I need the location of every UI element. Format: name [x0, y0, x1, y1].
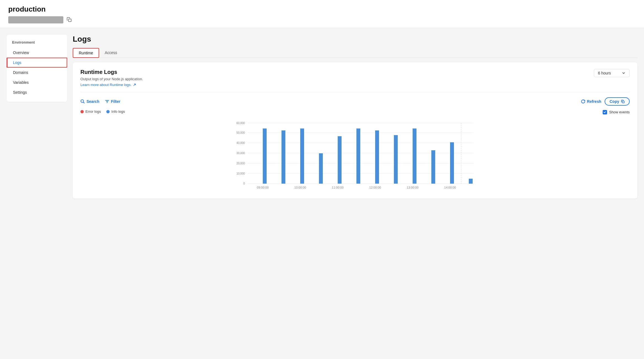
svg-text:10:00:00: 10:00:00	[294, 186, 306, 189]
sidebar-item-logs[interactable]: Logs	[7, 58, 67, 68]
svg-text:50,000: 50,000	[236, 131, 245, 134]
svg-text:13:00:00: 13:00:00	[407, 186, 419, 189]
bar-11	[469, 179, 473, 184]
page-title: production	[8, 5, 636, 14]
bar-6	[375, 130, 379, 184]
legend-error: Error logs	[80, 109, 101, 114]
top-bar: production	[0, 0, 644, 28]
svg-text:30,000: 30,000	[236, 152, 245, 155]
sidebar-item-domains[interactable]: Domains	[7, 68, 67, 77]
svg-text:12:00:00: 12:00:00	[369, 186, 381, 189]
svg-text:40,000: 40,000	[236, 141, 245, 144]
runtime-logs-desc: Output logs of your Node.js application.	[80, 77, 143, 81]
bar-10	[450, 142, 454, 184]
svg-text:09:00:00: 09:00:00	[257, 186, 269, 189]
logs-page-title: Logs	[73, 35, 637, 44]
sidebar-item-overview[interactable]: Overview	[7, 48, 67, 58]
legend-info: Info logs	[106, 109, 125, 114]
sidebar: Environment Overview Logs Domains Variab…	[7, 35, 67, 102]
svg-rect-0	[69, 19, 71, 22]
chart-section: Error logs Info logs Show	[80, 109, 630, 192]
svg-text:20,000: 20,000	[236, 162, 245, 165]
error-dot	[80, 110, 84, 113]
bar-2	[300, 128, 304, 184]
bar-0	[263, 128, 267, 184]
search-button[interactable]: Search	[80, 98, 99, 105]
refresh-button[interactable]: Refresh	[581, 99, 601, 104]
divider-1	[80, 92, 630, 92]
bar-5	[356, 128, 360, 184]
toolbar-left: Search Filter	[80, 98, 120, 105]
learn-more-link[interactable]: Learn more about Runtime logs.	[80, 83, 136, 87]
show-events-checkbox[interactable]	[603, 110, 607, 114]
bar-9	[431, 150, 435, 184]
time-select[interactable]: 6 hours	[594, 69, 630, 77]
svg-text:11:00:00: 11:00:00	[332, 186, 344, 189]
chart-wrapper: 0 10,000 20,000 30,000 40,000 50,000 60,…	[80, 120, 630, 192]
token-row	[8, 16, 636, 23]
toolbar: Search Filter Ref	[80, 97, 630, 106]
bar-8	[413, 128, 416, 184]
svg-text:14:00:00: 14:00:00	[444, 186, 456, 189]
runtime-logs-title: Runtime Logs	[80, 69, 143, 75]
bar-chart: 0 10,000 20,000 30,000 40,000 50,000 60,…	[80, 120, 630, 192]
logs-card-info: Runtime Logs Output logs of your Node.js…	[80, 69, 143, 87]
sidebar-header: Environment	[7, 39, 67, 48]
svg-text:0: 0	[243, 182, 245, 185]
svg-rect-2	[622, 101, 624, 103]
main-content: Logs Runtime Access Runtime Logs Output …	[73, 35, 637, 353]
tabs-row: Runtime Access	[73, 48, 637, 58]
logs-card: Runtime Logs Output logs of your Node.js…	[73, 62, 637, 199]
chart-legend: Error logs Info logs	[80, 109, 125, 114]
show-events-label: Show events	[609, 110, 630, 114]
toolbar-right: Refresh Copy	[581, 97, 630, 106]
main-layout: Environment Overview Logs Domains Variab…	[0, 28, 644, 359]
bar-7	[394, 135, 398, 184]
show-events-row: Show events	[603, 110, 630, 114]
tab-runtime[interactable]: Runtime	[73, 48, 99, 58]
copy-token-button[interactable]	[66, 17, 72, 23]
sidebar-item-settings[interactable]: Settings	[7, 87, 67, 97]
logs-card-header: Runtime Logs Output logs of your Node.js…	[80, 69, 630, 87]
sidebar-item-variables[interactable]: Variables	[7, 77, 67, 87]
bar-3	[319, 153, 323, 184]
filter-button[interactable]: Filter	[105, 98, 120, 105]
info-dot	[106, 110, 110, 113]
bar-4	[338, 136, 342, 184]
bar-1	[282, 130, 285, 184]
svg-text:10,000: 10,000	[236, 172, 245, 175]
tab-access[interactable]: Access	[99, 48, 123, 58]
token-bar	[8, 16, 63, 23]
svg-text:60,000: 60,000	[236, 122, 245, 125]
copy-button[interactable]: Copy	[605, 97, 630, 106]
